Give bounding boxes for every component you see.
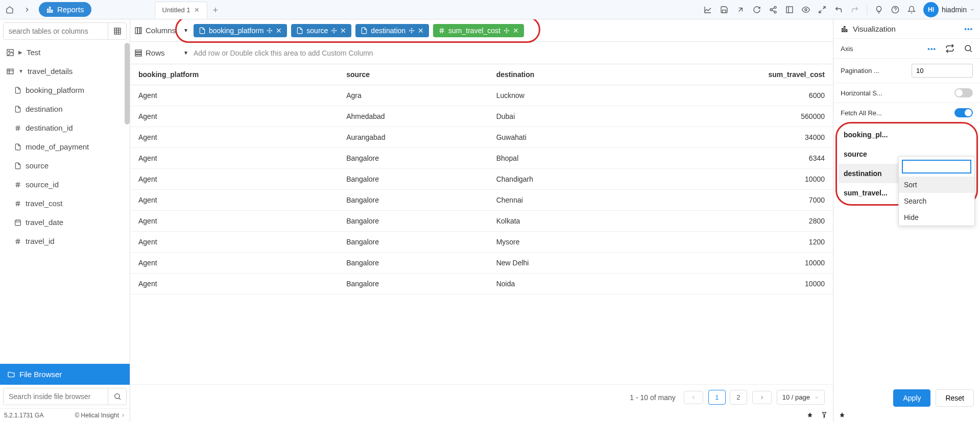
remove-icon[interactable]: ✕ (276, 27, 282, 35)
scrollbar-thumb[interactable] (125, 43, 130, 125)
table-row[interactable]: AgentBangaloreMysore1200 (130, 232, 833, 253)
column-header[interactable]: sum_travel_cost (636, 64, 833, 85)
remove-icon[interactable]: ✕ (340, 27, 346, 35)
visualization-menu-icon[interactable]: ••• (964, 25, 973, 33)
file-browser-search-input[interactable] (4, 388, 108, 405)
tree-root[interactable]: ▶ Test (0, 43, 130, 62)
table-cell: Bangalore (338, 148, 488, 169)
table-row[interactable]: AgentAhmedabadDubai560000 (130, 106, 833, 127)
tab-add-icon[interactable]: + (207, 2, 223, 19)
panel-pin-icon[interactable] (839, 412, 975, 419)
help-icon[interactable] (888, 2, 903, 17)
table-row[interactable]: AgentBangaloreBhopal6344 (130, 148, 833, 169)
columns-dropdown-caret[interactable]: ▼ (183, 28, 188, 33)
rows-placeholder[interactable]: Add row or Double click this area to add… (194, 49, 373, 57)
preview-icon[interactable] (798, 2, 814, 17)
axis-search-icon[interactable] (964, 44, 973, 53)
user-menu[interactable]: HI hiadmin (923, 2, 975, 17)
pager-page[interactable]: 1 (708, 390, 726, 405)
pin-icon[interactable] (806, 412, 814, 419)
move-icon[interactable] (331, 28, 337, 34)
tree-field[interactable]: source_id (0, 175, 130, 194)
tab-close-icon[interactable]: ✕ (194, 6, 200, 14)
svg-line-35 (17, 201, 17, 206)
search-icon[interactable] (108, 388, 126, 405)
apply-button[interactable]: Apply (893, 389, 930, 407)
swap-icon[interactable] (945, 44, 954, 53)
column-header[interactable]: source (338, 64, 488, 85)
pager-next[interactable] (752, 391, 772, 404)
tree-field[interactable]: travel_id (0, 232, 130, 251)
table-row[interactable]: AgentAgraLucknow6000 (130, 85, 833, 106)
pager-page[interactable]: 2 (730, 390, 747, 405)
svg-line-58 (441, 28, 441, 33)
table-row[interactable]: AgentAurangabadGuwahati34000 (130, 127, 833, 148)
rows-dropdown-caret[interactable]: ▼ (183, 50, 188, 56)
context-menu-search-input[interactable] (902, 160, 971, 173)
axis-menu-icon[interactable]: ••• (927, 45, 936, 53)
svg-line-43 (17, 238, 17, 244)
table-row[interactable]: AgentBangaloreNoida10000 (130, 274, 833, 294)
fullscreen-icon[interactable] (815, 2, 830, 17)
tree-field[interactable]: booking_platform (0, 81, 130, 100)
column-pill[interactable]: sum_travel_cost✕ (433, 24, 524, 37)
move-icon[interactable] (409, 28, 415, 34)
tree-field[interactable]: travel_cost (0, 194, 130, 213)
tab-untitled[interactable]: Untitled 1 ✕ (155, 2, 208, 19)
table-cell: Bangalore (338, 211, 488, 232)
table-row[interactable]: AgentBangaloreChandigarh10000 (130, 169, 833, 190)
remove-icon[interactable]: ✕ (418, 27, 424, 35)
bulb-icon[interactable] (871, 2, 887, 17)
svg-line-12 (819, 10, 822, 13)
undo-icon[interactable] (831, 2, 846, 17)
pager-size-select[interactable]: 10 / page (777, 390, 825, 405)
table-cell: 2800 (636, 211, 833, 232)
tree-field[interactable]: destination (0, 100, 130, 118)
layout-icon[interactable] (782, 2, 797, 17)
export-icon[interactable] (733, 2, 748, 17)
tree-field[interactable]: travel_date (0, 213, 130, 232)
breadcrumb-next-icon[interactable] (19, 2, 35, 17)
context-menu-item[interactable]: Sort (899, 177, 974, 193)
redo-icon[interactable] (847, 2, 863, 17)
pager-prev[interactable] (684, 391, 703, 404)
copyright[interactable]: ©Helical Insight (75, 412, 126, 419)
svg-rect-49 (140, 28, 141, 34)
column-pill[interactable]: booking_platform✕ (194, 24, 287, 37)
chart-icon[interactable] (700, 2, 715, 17)
move-icon[interactable] (504, 28, 510, 34)
refresh-icon[interactable] (749, 2, 764, 17)
breadcrumb-reports[interactable]: Reports (39, 2, 91, 17)
file-browser-button[interactable]: File Browser (0, 364, 130, 385)
table-row[interactable]: AgentBangaloreKolkata2800 (130, 211, 833, 232)
table-cell: Aurangabad (338, 127, 488, 148)
tree-table[interactable]: ▼ travel_details (0, 62, 130, 81)
share-icon[interactable] (766, 2, 781, 17)
tree-field[interactable]: source (0, 156, 130, 175)
table-grid-icon[interactable] (108, 23, 126, 39)
reset-button[interactable]: Reset (936, 389, 974, 407)
sidebar-search-input[interactable] (4, 23, 108, 39)
home-icon[interactable] (2, 2, 17, 17)
column-pill[interactable]: destination✕ (355, 24, 429, 37)
column-header[interactable]: destination (488, 64, 636, 85)
save-icon[interactable] (716, 2, 732, 17)
table-row[interactable]: AgentBangaloreChennai7000 (130, 190, 833, 211)
context-menu-item[interactable]: Search (899, 193, 974, 209)
table-row[interactable]: AgentBangaloreNew Delhi10000 (130, 253, 833, 274)
bell-icon[interactable] (904, 2, 919, 17)
move-icon[interactable] (267, 28, 273, 34)
tree-field[interactable]: mode_of_payment (0, 137, 130, 156)
tree-field[interactable]: destination_id (0, 118, 130, 137)
svg-line-69 (970, 50, 971, 52)
fetch-all-toggle[interactable] (954, 108, 973, 117)
context-menu-item[interactable]: Hide (899, 209, 974, 226)
pagination-input[interactable] (912, 64, 973, 78)
column-header[interactable]: booking_platform (130, 64, 338, 85)
filter-pin-icon[interactable] (821, 412, 828, 419)
horizontal-scroll-toggle[interactable] (954, 88, 973, 97)
remove-icon[interactable]: ✕ (513, 27, 519, 35)
table-cell: Bangalore (338, 232, 488, 253)
axis-field-item[interactable]: booking_pl... (839, 125, 975, 144)
column-pill[interactable]: source✕ (291, 24, 351, 37)
